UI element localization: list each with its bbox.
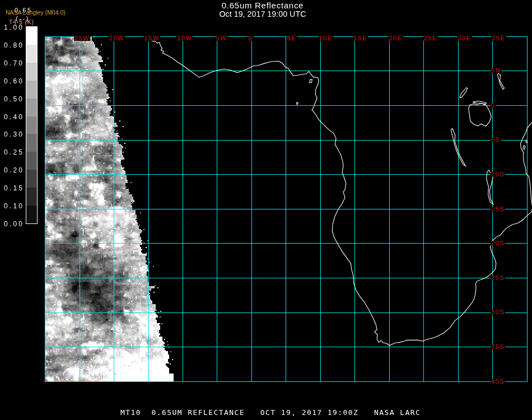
satellite-map-canvas (0, 0, 532, 420)
lat-label-20S: 20S (491, 241, 505, 246)
plot-title: 0.65um Reflectance Oct 19, 2017 19:00 UT… (151, 1, 375, 18)
lon-label-0: 0 (248, 36, 253, 41)
lat-label-25S: 25S (491, 276, 505, 281)
colorbar-tick-label: 0.10 (4, 203, 29, 209)
lat-label-30S: 30S (491, 310, 505, 315)
lon-label-5W: 5W (216, 36, 228, 41)
lon-label-15E: 15E (353, 36, 368, 41)
lon-label-30E: 30E (457, 36, 472, 41)
lon-label-25E: 25E (423, 36, 438, 41)
colorbar (26, 26, 38, 224)
colorbar-tick-label: 0.00 (4, 221, 29, 227)
colorbar-tick-label: 0.20 (4, 167, 29, 174)
colorbar-tick-label: 0.50 (4, 96, 29, 102)
plot-title-line1: 0.65um Reflectance (151, 1, 375, 10)
lat-label-35S: 35S (491, 344, 505, 349)
lon-label-25W: 25W (74, 36, 90, 41)
lat-label-0: 0 (491, 103, 496, 108)
lat-label-10S: 10S (491, 172, 505, 177)
colorbar-tick-label: 0.30 (4, 131, 29, 138)
colorbar-tick-label: 0.25 (4, 149, 29, 156)
lat-label-40S: 40S (491, 379, 505, 384)
lon-label-15W: 15W (143, 36, 160, 41)
bottom-caption: MT10 0.65UM REFLECTANCE OCT 19, 2017 19:… (120, 409, 421, 417)
colorbar-tick-label: 0.80 (4, 42, 29, 49)
colorbar-tick-label: 0.70 (4, 60, 29, 67)
lon-label-10W: 10W (176, 36, 193, 41)
colorbar-tick-label: 0.15 (4, 185, 29, 192)
plot-title-line2: Oct 19, 2017 19:00 UTC (151, 10, 375, 19)
lon-label-10E: 10E (318, 36, 333, 41)
lon-label-5E: 5E (287, 36, 297, 41)
lat-label-5N: 5N (491, 68, 501, 73)
source-credit-label: NASA Langley (M04.0) (6, 10, 66, 15)
secondary-product-label: T4-5 (K) (9, 19, 34, 25)
lon-label-20E: 20E (388, 36, 403, 41)
lat-label-5S: 5S (491, 137, 501, 142)
lon-label-20W: 20W (109, 36, 125, 41)
lat-label-15S: 15S (491, 207, 505, 212)
colorbar-tick-label: 0.60 (4, 78, 29, 85)
colorbar-tick-label: 0.40 (4, 114, 29, 120)
lon-label-35E: 35E (491, 36, 506, 41)
